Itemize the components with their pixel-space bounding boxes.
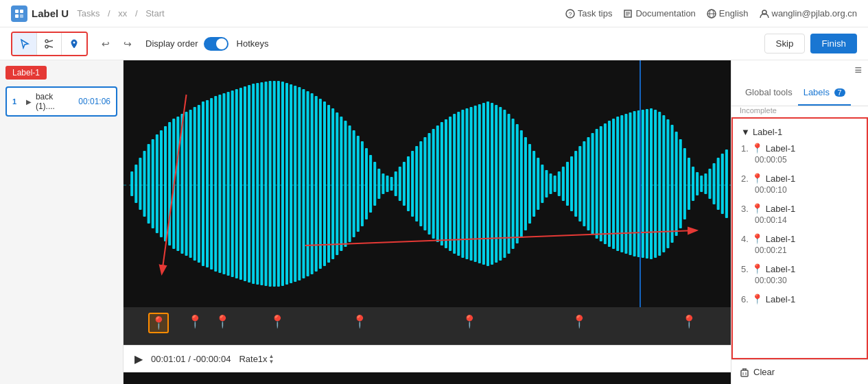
tab-labels[interactable]: Labels 7 [798, 80, 851, 106]
svg-rect-1 [20, 10, 23, 13]
svg-rect-51 [273, 81, 276, 287]
svg-rect-20 [143, 151, 145, 217]
svg-rect-69 [349, 125, 351, 242]
center-canvas: 📍 📍 📍 📍 📍 📍 📍 📍 [124, 60, 731, 384]
svg-rect-54 [285, 83, 288, 285]
tab-global-tools[interactable]: Global tools [740, 80, 798, 106]
breadcrumb-tasks[interactable]: Tasks [77, 8, 99, 19]
rate-stepper[interactable]: ▲ ▼ [269, 354, 274, 365]
svg-rect-45 [248, 85, 250, 283]
svg-rect-55 [290, 84, 292, 283]
skip-button[interactable]: Skip [764, 34, 806, 53]
redo-button[interactable]: ↪ [118, 34, 137, 53]
timeline-marker-6[interactable]: 📍 [462, 314, 477, 329]
track-play-icon[interactable]: ▶ [26, 98, 32, 106]
svg-rect-154 [704, 173, 707, 194]
user-account[interactable]: wanglin@pjlab.org.cn [760, 8, 858, 19]
svg-rect-17 [130, 171, 133, 196]
svg-rect-44 [244, 86, 246, 281]
svg-text:?: ? [568, 11, 572, 18]
svg-rect-68 [344, 121, 347, 247]
rate-down-arrow[interactable]: ▼ [269, 359, 274, 365]
svg-rect-73 [365, 148, 368, 219]
pin-icon-2: 📍 [187, 314, 202, 329]
pin-icon-3: 📍 [215, 314, 230, 329]
label-pin-icon-1: 📍 [751, 143, 763, 154]
label-item[interactable]: 6. 📍 Label-1 [733, 291, 867, 311]
breadcrumb-start[interactable]: Start [145, 8, 164, 19]
clear-button[interactable]: Clear [731, 359, 868, 384]
svg-rect-87 [423, 137, 426, 230]
svg-rect-124 [578, 146, 581, 221]
undo-redo-group: ↩ ↪ [96, 34, 137, 53]
svg-rect-34 [202, 101, 204, 266]
svg-rect-112 [528, 144, 531, 224]
documentation-link[interactable]: Documentation [623, 8, 695, 19]
toolbar-actions: Skip Finish [764, 34, 858, 53]
svg-rect-95 [457, 112, 460, 256]
svg-point-10 [45, 40, 48, 43]
play-button[interactable]: ▶ [134, 352, 143, 365]
panel-menu[interactable]: ≡ [854, 63, 863, 77]
svg-rect-39 [222, 93, 225, 274]
svg-rect-143 [658, 112, 661, 256]
display-order-toggle[interactable] [204, 37, 228, 51]
label-item[interactable]: 3. 📍 Label-1 00:00:14 [733, 200, 867, 230]
svg-rect-134 [620, 115, 623, 252]
svg-rect-35 [206, 100, 209, 267]
svg-rect-37 [214, 96, 217, 272]
svg-rect-77 [382, 173, 384, 194]
waveform-area[interactable] [124, 60, 731, 307]
select-tool[interactable] [12, 33, 37, 55]
svg-rect-36 [210, 98, 213, 269]
svg-rect-132 [612, 119, 615, 249]
svg-rect-67 [340, 117, 342, 251]
svg-rect-152 [696, 172, 699, 195]
timeline-marker-7[interactable]: 📍 [572, 314, 587, 329]
label-item[interactable]: 4. 📍 Label-1 00:00:21 [733, 230, 867, 261]
label-pin-icon-5: 📍 [751, 263, 763, 274]
timeline-marker-2[interactable]: 📍 [187, 314, 202, 329]
svg-rect-101 [482, 103, 485, 265]
breadcrumb-xx[interactable]: xx [118, 8, 127, 19]
label-name-4: Label-1 [766, 234, 795, 244]
top-nav: Label U Tasks / xx / Start ? Task tips D… [0, 0, 868, 27]
menu-dots-icon[interactable]: ≡ [854, 63, 863, 77]
label-item[interactable]: 2. 📍 Label-1 00:00:10 [733, 170, 867, 200]
svg-rect-108 [512, 119, 515, 249]
labels-badge: 7 [834, 88, 845, 97]
svg-rect-162 [741, 370, 748, 376]
language-selector[interactable]: English [707, 8, 749, 19]
svg-rect-52 [277, 81, 280, 287]
track-item[interactable]: 1 ▶ back (1).... 00:01:06 [5, 86, 117, 117]
label-tag[interactable]: Label-1 [5, 66, 47, 80]
label-name-2: Label-1 [766, 173, 795, 184]
svg-rect-82 [403, 162, 406, 206]
pin-tool[interactable] [62, 33, 86, 55]
cut-tool[interactable] [37, 33, 62, 55]
timeline-marker-selected[interactable]: 📍 [148, 313, 169, 333]
timeline-marker-3[interactable]: 📍 [215, 314, 230, 329]
task-tips-link[interactable]: ? Task tips [565, 8, 613, 19]
svg-rect-63 [323, 101, 326, 266]
timeline-marker-8[interactable]: 📍 [681, 314, 696, 329]
label-item[interactable]: 5. 📍 Label-1 00:00:30 [733, 261, 867, 291]
svg-rect-76 [377, 169, 380, 199]
label-item[interactable]: 1. 📍 Label-1 00:00:05 [733, 140, 867, 170]
language-label: English [719, 8, 749, 19]
track-label: back (1).... [36, 92, 74, 111]
svg-rect-109 [516, 124, 519, 243]
label-num-1: 1. [741, 143, 749, 154]
svg-line-12 [48, 40, 53, 42]
timeline-marker-4[interactable]: 📍 [270, 314, 285, 329]
svg-rect-79 [390, 177, 393, 191]
svg-rect-3 [20, 14, 23, 18]
svg-rect-118 [554, 176, 556, 192]
svg-rect-145 [666, 119, 669, 248]
undo-button[interactable]: ↩ [96, 34, 115, 53]
timeline-area[interactable]: 📍 📍 📍 📍 📍 📍 📍 📍 [124, 307, 731, 345]
timeline-marker-5[interactable]: 📍 [352, 314, 367, 329]
svg-rect-155 [708, 169, 711, 199]
hotkeys-button[interactable]: Hotkeys [237, 38, 269, 49]
finish-button[interactable]: Finish [810, 34, 857, 53]
